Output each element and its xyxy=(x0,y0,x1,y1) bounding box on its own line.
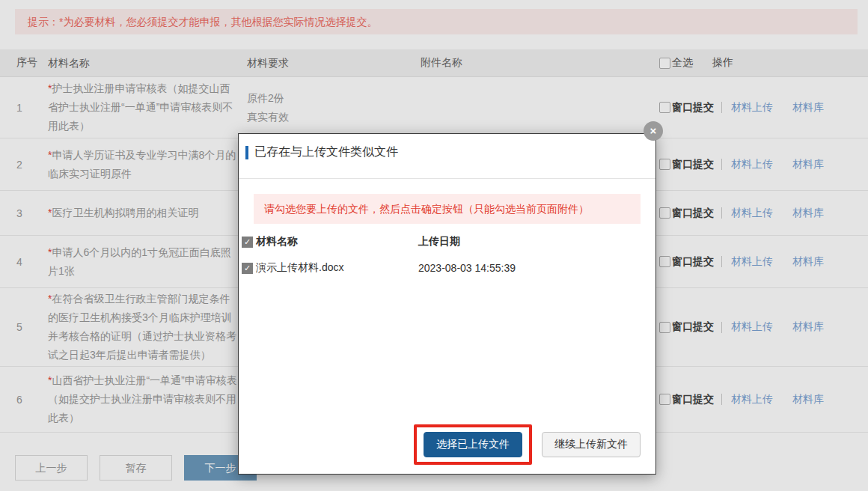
page: 提示：*为必要材料，您必须提交才能申报，其他根据您实际情况选择提交。 序号 材料… xyxy=(0,0,868,491)
select-uploaded-file-button[interactable]: 选择已上传文件 xyxy=(424,432,522,457)
list-item-filename: 演示上传材料.docx xyxy=(253,261,418,275)
annotation-highlight-box: 选择已上传文件 xyxy=(414,424,532,465)
modal-title: 已存在与上传文件类似文件 xyxy=(245,144,398,160)
checkbox-checked-icon[interactable]: ✓ xyxy=(242,263,253,274)
close-icon[interactable]: × xyxy=(644,121,663,141)
modal-title-text: 已存在与上传文件类似文件 xyxy=(254,144,398,160)
modal-list-header: ✓ 材料名称 上传日期 xyxy=(242,235,641,248)
divider xyxy=(239,178,655,179)
list-header-name: 材料名称 xyxy=(253,235,418,248)
checkbox-checked-icon[interactable]: ✓ xyxy=(242,237,253,248)
similar-file-modal: × 已存在与上传文件类似文件 请勾选您要上传的文件，然后点击确定按钮（只能勾选当… xyxy=(238,133,656,475)
list-item-upload-date: 2023-08-03 14:55:39 xyxy=(418,262,516,274)
modal-list-item: ✓ 演示上传材料.docx 2023-08-03 14:55:39 xyxy=(242,261,641,275)
continue-upload-new-file-button[interactable]: 继续上传新文件 xyxy=(542,432,641,457)
modal-actions: 选择已上传文件 继续上传新文件 xyxy=(414,424,641,465)
title-accent-bar xyxy=(245,146,248,159)
list-header-date: 上传日期 xyxy=(418,235,460,248)
modal-alert-message: 请勾选您要上传的文件，然后点击确定按钮（只能勾选当前页面附件） xyxy=(254,194,641,224)
